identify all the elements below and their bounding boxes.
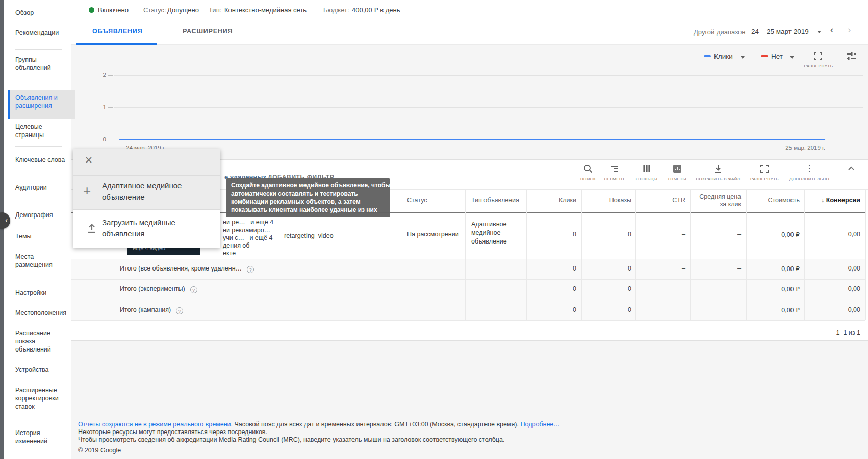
help-icon[interactable]: ? (176, 307, 183, 314)
sidebar-item-topics[interactable]: Темы (15, 232, 69, 240)
collapse-table-button[interactable] (847, 164, 856, 173)
chart-metric1-select[interactable]: Клики (714, 52, 733, 60)
campaign-enabled-label[interactable]: Включено (98, 6, 129, 14)
tab-ads[interactable]: ОБЪЯВЛЕНИЯ (92, 28, 142, 35)
pagination-label: 1–1 из 1 (804, 329, 860, 336)
sidebar-item-locations[interactable]: Местоположения (15, 309, 69, 317)
totals-cell: – (690, 306, 741, 313)
totals-cell: – (634, 265, 685, 272)
totals-cell: 0 (580, 285, 631, 292)
sidebar-item-settings[interactable]: Настройки (15, 289, 69, 297)
sidebar-item-keywords[interactable]: Ключевые слова (15, 156, 69, 164)
status-value: Допущено (167, 6, 199, 14)
sidebar-item-ad-schedule[interactable]: Расписание показа объявлений (15, 329, 69, 354)
col-header-impressions[interactable]: Показы (580, 197, 631, 204)
sidebar-item-ad-groups[interactable]: Группы объявлений (15, 56, 69, 72)
totals-cell: – (690, 285, 741, 292)
download-icon (695, 164, 741, 174)
col-header-status[interactable]: Статус (407, 197, 427, 204)
daterange-label: Другой диапазон (694, 28, 745, 36)
chart-settings-icon[interactable] (846, 51, 857, 61)
col-header-ctr[interactable]: CTR (634, 197, 685, 204)
sidebar-item-placements[interactable]: Места размещения (15, 253, 69, 269)
ad-details-link[interactable]: дения об (223, 242, 249, 249)
realtime-report-link[interactable]: Отчеты создаются не в режиме реального в… (78, 421, 233, 428)
close-icon[interactable]: ✕ (85, 154, 93, 166)
active-tab-underline (76, 43, 157, 45)
col-divider (465, 189, 466, 320)
totals-cell: 0,00 (809, 265, 860, 272)
daterange-caret-icon[interactable] (817, 31, 821, 33)
metric1-caret-icon[interactable] (741, 56, 745, 59)
toolbar-divider (837, 162, 837, 178)
col-divider (526, 189, 527, 320)
xtick-right: 25 мар. 2019 г. (774, 145, 825, 151)
footer-line1: Отчеты создаются не в режиме реального в… (78, 421, 560, 428)
daterange-prev-button[interactable]: ‹ (830, 24, 833, 35)
col-divider (581, 189, 582, 320)
metric2-underline (759, 63, 797, 63)
responsive-ad-tooltip: Создайте адаптивное медийное объявление,… (226, 178, 390, 217)
metric2-color-dash (761, 55, 768, 57)
download-button[interactable]: СОХРАНИТЬ В ФАЙЛ (695, 164, 741, 181)
enabled-dot-icon (89, 7, 94, 13)
totals-cell: 0,00 ₽ (749, 265, 800, 273)
sort-descending-icon: ↓ (821, 197, 824, 204)
col-divider (690, 189, 691, 320)
sidebar-divider (15, 49, 62, 50)
table-bottom-border (71, 320, 865, 321)
sidebar-item-demographics[interactable]: Демография (15, 211, 69, 219)
sidebar-item-devices[interactable]: Устройства (15, 366, 69, 374)
totals-cell: 0,00 ₽ (749, 285, 800, 293)
totals-campaign-label: Итого (кампания)? (120, 306, 183, 314)
col-header-cost[interactable]: Стоимость (749, 197, 800, 204)
sidebar-item-change-history[interactable]: История изменений (15, 429, 69, 445)
chart-expand-icon[interactable] (813, 51, 823, 61)
status-label: Статус: (143, 6, 166, 14)
sidebar-item-ads-extensions[interactable]: Объявления и расширения (15, 94, 69, 110)
totals-cell: 0 (580, 306, 631, 313)
reports-icon (654, 164, 700, 174)
metric2-caret-icon[interactable] (790, 56, 794, 59)
sidebar-item-overview[interactable]: Обзор (15, 9, 69, 17)
ad-name-link[interactable]: retargeting_video (284, 232, 334, 239)
footer-line3: Чтобы просмотреть сведения об аккредитац… (78, 436, 560, 444)
ad-conversions-cell: 0,00 (809, 231, 860, 238)
ad-type-cell-line1: Адаптивное (471, 221, 507, 228)
menu-item-upload-display-ads[interactable]: Загрузить медийныеобъявления (73, 210, 220, 248)
col-header-conversions[interactable]: ↓ Конверсии (809, 197, 860, 204)
help-icon[interactable]: ? (247, 266, 254, 273)
chevron-up-icon (847, 164, 856, 173)
plus-icon: + (83, 184, 91, 197)
sidebar-item-landing-pages[interactable]: Целевые страницы (15, 123, 69, 139)
budget-value[interactable]: 400,00 ₽ в день (352, 6, 400, 14)
sidebar-item-audiences[interactable]: Аудитории (15, 183, 69, 192)
totals-cell: – (690, 265, 741, 272)
sidebar-divider (15, 87, 62, 87)
totals-cell: 0,00 (809, 306, 860, 313)
col-header-clicks[interactable]: Клики (525, 197, 576, 204)
tab-extensions[interactable]: РАСШИРЕНИЯ (183, 28, 233, 35)
more-vert-icon: ⋮ (786, 164, 832, 174)
ad-avg-cpc-cell: – (690, 231, 741, 238)
ad-content-fragment: ни рекламиро… (223, 227, 270, 234)
ad-details-link[interactable]: екте (223, 250, 236, 257)
chart-metric2-select[interactable]: Нет (771, 52, 783, 60)
budget-label: Бюджет: (323, 6, 349, 14)
more-options-button[interactable]: ⋮ ДОПОЛНИТЕЛЬНО (786, 164, 832, 181)
ad-status-cell: На рассмотрении (407, 231, 459, 238)
expand-table-button[interactable]: РАЗВЕРНУТЬ (742, 164, 787, 181)
new-ad-menu: ✕ + Адаптивное медийноеобъявление Загруз… (73, 149, 220, 248)
daterange-value[interactable]: 24 – 25 март 2019 (751, 28, 809, 35)
col-header-avg-cpc[interactable]: Средняя цена за клик (695, 193, 741, 208)
help-icon[interactable]: ? (190, 286, 197, 293)
totals-experiments-label: Итого (эксперименты)? (120, 285, 197, 293)
col-header-ad-type[interactable]: Тип объявления (471, 197, 519, 204)
sidebar-item-advanced-bid-adj[interactable]: Расширенные корректировки ставок (15, 386, 69, 411)
reports-button[interactable]: ОТЧЕТЫ (654, 164, 700, 181)
metric1-color-dash (704, 55, 711, 57)
menu-item-responsive-display-ad[interactable]: + Адаптивное медийноеобъявление (73, 176, 220, 210)
sidebar-item-recommendations[interactable]: Рекомендации (15, 29, 69, 37)
learn-more-link[interactable]: Подробнее… (520, 421, 559, 428)
daterange-next-button[interactable]: › (848, 24, 851, 35)
